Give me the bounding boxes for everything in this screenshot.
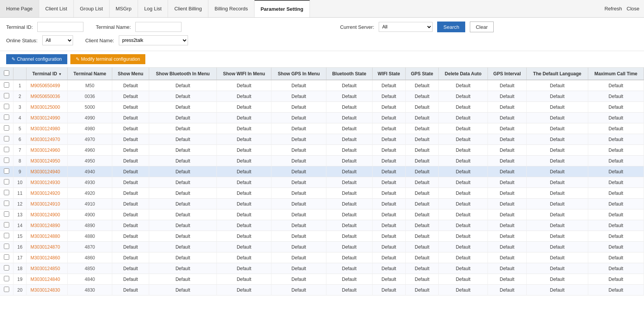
max-call-time-cell: Default	[588, 123, 644, 134]
default-language-cell: Default	[526, 220, 588, 231]
clear-button[interactable]: Clear	[470, 22, 493, 32]
row-checkbox[interactable]	[4, 93, 9, 98]
row-checkbox-cell[interactable]	[0, 156, 13, 166]
row-checkbox-cell[interactable]	[0, 263, 13, 274]
row-checkbox[interactable]	[4, 82, 9, 88]
bluetooth-state-cell: Default	[326, 145, 372, 156]
table-row: 10 M3030124930 4930 Default Default Defa…	[0, 177, 644, 188]
terminal-id-link[interactable]: M3030124980	[27, 123, 68, 134]
row-checkbox-cell[interactable]	[0, 231, 13, 242]
parameter-table: Terminal ID Terminal Name Show Menu Show…	[0, 68, 644, 295]
row-checkbox[interactable]	[4, 115, 9, 120]
bluetooth-state-cell: Default	[326, 91, 372, 102]
terminal-id-link[interactable]: M3030124950	[27, 156, 68, 166]
row-checkbox-cell[interactable]	[0, 199, 13, 209]
row-checkbox[interactable]	[4, 179, 9, 184]
row-checkbox-cell[interactable]	[0, 102, 13, 113]
row-checkbox[interactable]	[4, 158, 9, 163]
row-checkbox[interactable]	[4, 211, 9, 217]
row-checkbox-cell[interactable]	[0, 188, 13, 199]
terminal-id-link[interactable]: M3030124830	[27, 285, 68, 295]
row-checkbox-cell[interactable]	[0, 91, 13, 102]
row-checkbox-cell[interactable]	[0, 252, 13, 263]
channel-configuration-button[interactable]: ✎ Channel configuration	[6, 54, 67, 64]
row-checkbox-cell[interactable]	[0, 134, 13, 145]
gps-state-cell: Default	[406, 252, 439, 263]
terminal-id-link[interactable]: M3030125000	[27, 102, 68, 113]
row-checkbox[interactable]	[4, 104, 9, 109]
default-language-cell: Default	[526, 285, 588, 295]
gps-interval-cell: Default	[488, 91, 526, 102]
row-checkbox-cell[interactable]	[0, 242, 13, 252]
terminal-name-cell: M50	[68, 80, 112, 91]
online-status-select[interactable]: All	[42, 35, 73, 45]
terminal-id-link[interactable]: M3030124920	[27, 188, 68, 199]
row-checkbox[interactable]	[4, 287, 9, 292]
modify-terminal-button[interactable]: ✎ Modify terminal configuration	[70, 54, 145, 64]
select-all-header[interactable]	[0, 68, 13, 80]
terminal-id-link[interactable]: M3030124870	[27, 242, 68, 252]
wifi-state-cell: Default	[372, 220, 405, 231]
row-checkbox[interactable]	[4, 168, 9, 174]
nav-billing-records[interactable]: Billing Records	[208, 0, 255, 17]
row-checkbox[interactable]	[4, 201, 9, 206]
refresh-button[interactable]: Refresh	[604, 6, 622, 12]
nav-log-list[interactable]: Log List	[138, 0, 168, 17]
terminal-id-link[interactable]: M3030124990	[27, 113, 68, 123]
nav-client-list[interactable]: Client List	[39, 0, 74, 17]
terminal-name-input[interactable]	[135, 22, 181, 32]
row-checkbox-cell[interactable]	[0, 145, 13, 156]
terminal-id-link[interactable]: M3030124880	[27, 231, 68, 242]
search-button[interactable]: Search	[437, 22, 465, 32]
terminal-id-link[interactable]: M9050650499	[27, 80, 68, 91]
terminal-id-link[interactable]: M3030124930	[27, 177, 68, 188]
row-checkbox-cell[interactable]	[0, 80, 13, 91]
terminal-id-link[interactable]: M3030124890	[27, 220, 68, 231]
show-wifi-menu-cell: Default	[216, 156, 271, 166]
row-checkbox[interactable]	[4, 254, 9, 260]
nav-group-list[interactable]: Group List	[74, 0, 110, 17]
terminal-id-link[interactable]: M3030124860	[27, 252, 68, 263]
terminal-id-link[interactable]: M3030124840	[27, 274, 68, 285]
row-checkbox[interactable]	[4, 147, 9, 152]
data-table-wrapper: Terminal ID Terminal Name Show Menu Show…	[0, 68, 644, 317]
close-button[interactable]: Close	[627, 6, 639, 12]
top-navigation: Home Page Client List Group List MSGrp L…	[0, 0, 644, 18]
row-checkbox[interactable]	[4, 244, 9, 249]
gps-interval-cell: Default	[488, 242, 526, 252]
terminal-id-link[interactable]: M3030124940	[27, 166, 68, 177]
terminal-id-input[interactable]	[37, 22, 83, 32]
nav-home-page[interactable]: Home Page	[0, 0, 39, 17]
row-checkbox-cell[interactable]	[0, 177, 13, 188]
delete-data-auto-cell: Default	[439, 209, 488, 220]
row-checkbox[interactable]	[4, 233, 9, 238]
row-checkbox[interactable]	[4, 222, 9, 227]
row-checkbox-cell[interactable]	[0, 166, 13, 177]
terminal-id-link[interactable]: M3030124960	[27, 145, 68, 156]
nav-client-billing[interactable]: Client Billing	[168, 0, 208, 17]
current-server-select[interactable]: All	[379, 22, 433, 32]
row-checkbox-cell[interactable]	[0, 285, 13, 295]
row-checkbox-cell[interactable]	[0, 209, 13, 220]
row-checkbox[interactable]	[4, 265, 9, 271]
client-name-select[interactable]: press2talk	[119, 35, 188, 45]
modify-terminal-label: Modify terminal configuration	[81, 56, 140, 62]
row-checkbox-cell[interactable]	[0, 274, 13, 285]
terminal-id-link[interactable]: M3030124910	[27, 199, 68, 209]
terminal-id-link[interactable]: M3030124970	[27, 134, 68, 145]
row-checkbox[interactable]	[4, 136, 9, 141]
row-checkbox[interactable]	[4, 190, 9, 195]
table-row: 2 M9050650036 0036 Default Default Defau…	[0, 91, 644, 102]
row-checkbox[interactable]	[4, 276, 9, 281]
nav-msgrp[interactable]: MSGrp	[110, 0, 138, 17]
select-all-checkbox[interactable]	[4, 70, 9, 76]
terminal-id-link[interactable]: M3030124900	[27, 209, 68, 220]
terminal-id-link[interactable]: M3030124850	[27, 263, 68, 274]
row-checkbox-cell[interactable]	[0, 113, 13, 123]
row-checkbox[interactable]	[4, 125, 9, 131]
terminal-id-link[interactable]: M9050650036	[27, 91, 68, 102]
nav-parameter-setting[interactable]: Parameter Setting	[255, 0, 310, 17]
row-checkbox-cell[interactable]	[0, 220, 13, 231]
terminal-id-header[interactable]: Terminal ID	[27, 68, 68, 80]
row-checkbox-cell[interactable]	[0, 123, 13, 134]
